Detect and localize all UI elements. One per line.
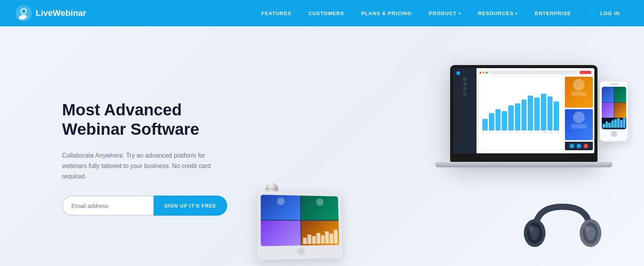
tablet-cell-3 [261,221,300,246]
ctrl-dot-red [584,144,588,148]
tablet-bar [325,232,329,244]
chart-x-label: 1 [481,131,486,134]
hero-subtitle: Collaborate Anywhere. Try an advanced pl… [62,150,225,182]
nav-product[interactable]: PRODUCT ▾ [420,0,470,26]
phone-cell-3 [602,103,614,118]
screen-sidebar: LiveWebinar [453,68,477,153]
chart-x-label: 3 [494,131,500,134]
tablet-home-button [297,247,305,255]
topbar-input [490,71,577,74]
video-panel-1 [565,77,593,108]
nav-features[interactable]: FEATURES [253,0,300,26]
tablet-illustration [258,191,344,259]
phone-bar [617,118,620,128]
chart-x-label: 7 [521,131,527,134]
phone-cell-4 [614,103,626,118]
chart-bar [489,113,494,130]
phone-cell-2 [614,87,626,102]
logo-link[interactable]: LiveWebinar [16,5,86,21]
laptop-illustration: LiveWebinar [450,65,597,167]
lw-logo-small [456,71,460,75]
phone-cell-1 [602,87,614,102]
tablet-screen [261,195,339,246]
phone-illustration [599,81,628,142]
screen-topbar [478,70,593,75]
chart-bars [481,80,561,130]
product-arrow-icon: ▾ [459,12,461,15]
chart-area: 123456789101112 [478,77,563,150]
tablet-bar [330,233,333,244]
nav-plans-pricing[interactable]: PLANS & PRICING [353,0,420,26]
chart-bar [547,96,553,130]
lw-branding: LiveWebinar [455,70,475,76]
chart-bar [515,103,520,130]
chart-bar [534,98,540,130]
logo-text: LiveWebinar [36,8,86,18]
chart-bar [528,96,533,130]
nav-enterprise[interactable]: ENTERPRISE [526,0,579,26]
topbar-dot-green [486,72,488,74]
hero-title: Most Advanced Webinar Software [62,100,227,139]
video-column [565,77,593,150]
tablet-bar-chart [303,228,338,244]
tablet-grid [261,195,339,246]
signup-button[interactable]: SIGN UP IT'S FREE [154,196,227,216]
chart-x-label: 11 [548,131,554,134]
topbar-dot-yellow [483,72,485,74]
chart-bar [541,94,546,130]
navbar: LiveWebinar FEATURES CUSTOMERS PLANS & P… [0,0,644,26]
chart-x-label: 8 [528,131,534,134]
laptop-base [435,162,612,167]
phone-grid [602,87,626,118]
chart-bar [554,101,559,130]
video-panel-2 [565,109,593,140]
tablet-bar [307,235,311,244]
lw-text: LiveWebinar [461,72,473,74]
chart-x-label: 12 [555,131,561,134]
chart-x-label: 10 [542,131,547,134]
chart-x-label: 9 [535,131,540,134]
phone-bar [603,124,605,128]
chart-x-label: 5 [508,131,513,134]
tablet-cell-4 [301,221,339,245]
sidebar-dot-2 [463,82,467,86]
phone-bar [608,123,611,128]
phone-outer [599,81,628,142]
tablet-bar [334,230,338,244]
nav-links: FEATURES CUSTOMERS PLANS & PRICING PRODU… [253,0,580,26]
tablet-bar [321,235,325,244]
signup-form: SIGN UP IT'S FREE [62,196,227,216]
sidebar-dot-3 [463,87,467,91]
chart-x-labels: 123456789101112 [481,131,561,134]
chart-bar [496,109,501,130]
tablet-cell-1 [261,195,300,220]
chart-bar [502,111,507,130]
svg-point-2 [22,9,26,13]
phone-bar [611,120,614,128]
email-input[interactable] [62,196,154,216]
svg-point-20 [528,225,533,232]
login-button[interactable]: 🌐 LOG IN [580,0,628,26]
phone-bar [620,120,623,128]
sidebar-dot-1 [463,77,467,81]
nav-customers[interactable]: CUSTOMERS [300,0,352,26]
phone-home-button [611,131,617,137]
resources-arrow-icon: ▾ [515,12,518,15]
screen-controls [565,142,593,150]
phone-bar [614,119,617,128]
tablet-bar [303,238,307,244]
phone-speaker [610,84,618,85]
screen-main: 123456789101112 [477,68,594,153]
tablet-cell-2 [301,196,338,220]
globe-icon: 🌐 [588,9,597,17]
headphones-icon [520,199,605,261]
tablet-outer [257,191,343,260]
chart-bar [521,100,527,130]
ctrl-dot-blue-2 [577,144,581,148]
nav-resources[interactable]: RESOURCES ▾ [470,0,527,26]
ctrl-dot-blue [570,144,574,148]
hero-illustration: LiveWebinar [227,50,644,266]
phone-screen [602,87,626,129]
sidebar-dot-4 [463,92,467,96]
screen-ui: LiveWebinar [453,68,594,153]
